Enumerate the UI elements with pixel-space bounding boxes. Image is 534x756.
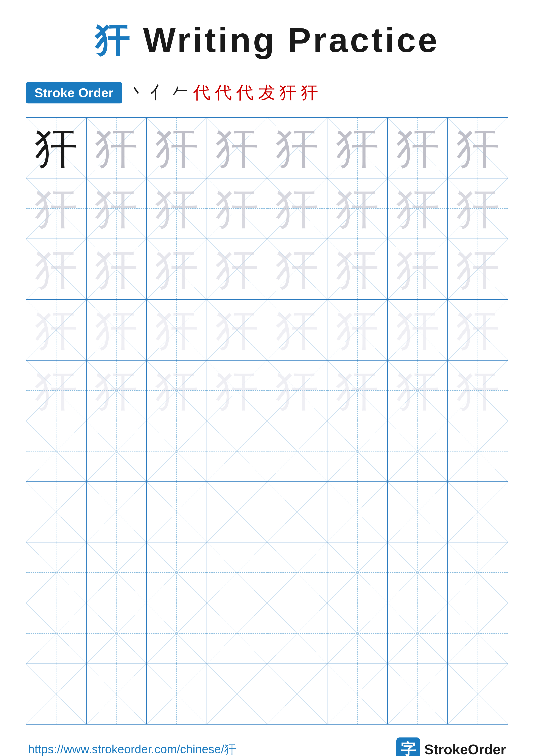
grid-cell-4-4[interactable]: 犴	[207, 300, 267, 360]
grid-cell-6-5[interactable]	[267, 421, 328, 481]
grid-cell-6-4[interactable]	[207, 421, 267, 481]
grid-cell-4-5[interactable]: 犴	[267, 300, 328, 360]
grid-cell-9-8[interactable]	[448, 603, 508, 663]
grid-cell-5-7[interactable]: 犴	[388, 361, 448, 421]
grid-cell-7-2[interactable]	[87, 482, 147, 542]
grid-cell-8-4[interactable]	[207, 542, 267, 603]
stroke-2: 亻	[150, 81, 167, 104]
stroke-sequence: 丶 亻 𠂉 代 代 代 犮 犴 犴	[129, 81, 318, 104]
grid-cell-8-5[interactable]	[267, 542, 328, 603]
grid-cell-10-1[interactable]	[26, 664, 87, 724]
grid-cell-5-5[interactable]: 犴	[267, 361, 328, 421]
grid-row-8	[26, 542, 508, 603]
grid-cell-10-3[interactable]	[147, 664, 207, 724]
grid-cell-4-6[interactable]: 犴	[327, 300, 388, 360]
char-faded: 犴	[336, 187, 379, 230]
grid-cell-9-3[interactable]	[147, 603, 207, 663]
grid-cell-7-3[interactable]	[147, 482, 207, 542]
grid-cell-2-5[interactable]: 犴	[267, 178, 328, 239]
grid-cell-3-2[interactable]: 犴	[87, 239, 147, 299]
grid-cell-7-4[interactable]	[207, 482, 267, 542]
grid-cell-2-3[interactable]: 犴	[147, 178, 207, 239]
grid-cell-5-6[interactable]: 犴	[327, 361, 388, 421]
grid-cell-3-8[interactable]: 犴	[448, 239, 508, 299]
grid-cell-8-8[interactable]	[448, 542, 508, 603]
grid-cell-5-1[interactable]: 犴	[26, 361, 87, 421]
grid-row-9	[26, 603, 508, 664]
grid-cell-3-5[interactable]: 犴	[267, 239, 328, 299]
grid-cell-2-7[interactable]: 犴	[388, 178, 448, 239]
grid-cell-9-5[interactable]	[267, 603, 328, 663]
grid-cell-10-5[interactable]	[267, 664, 328, 724]
grid-cell-8-3[interactable]	[147, 542, 207, 603]
grid-cell-4-8[interactable]: 犴	[448, 300, 508, 360]
stroke-order-row: Stroke Order 丶 亻 𠂉 代 代 代 犮 犴 犴	[26, 81, 508, 104]
grid-cell-2-6[interactable]: 犴	[327, 178, 388, 239]
char-faded: 犴	[216, 126, 259, 169]
grid-cell-10-7[interactable]	[388, 664, 448, 724]
grid-cell-7-8[interactable]	[448, 482, 508, 542]
grid-cell-3-1[interactable]: 犴	[26, 239, 87, 299]
grid-cell-7-6[interactable]	[327, 482, 388, 542]
grid-cell-8-2[interactable]	[87, 542, 147, 603]
grid-cell-5-4[interactable]: 犴	[207, 361, 267, 421]
char-faded: 犴	[216, 309, 259, 351]
grid-cell-9-1[interactable]	[26, 603, 87, 663]
stroke-8: 犴	[279, 81, 297, 104]
grid-cell-5-3[interactable]: 犴	[147, 361, 207, 421]
grid-cell-7-5[interactable]	[267, 482, 328, 542]
grid-cell-3-6[interactable]: 犴	[327, 239, 388, 299]
grid-cell-1-3[interactable]: 犴	[147, 118, 207, 178]
stroke-5: 代	[215, 81, 232, 104]
grid-cell-7-1[interactable]	[26, 482, 87, 542]
grid-cell-9-4[interactable]	[207, 603, 267, 663]
grid-cell-10-2[interactable]	[87, 664, 147, 724]
grid-row-4: 犴 犴 犴 犴 犴 犴 犴	[26, 300, 508, 361]
grid-cell-1-4[interactable]: 犴	[207, 118, 267, 178]
grid-cell-1-7[interactable]: 犴	[388, 118, 448, 178]
grid-cell-6-7[interactable]	[388, 421, 448, 481]
grid-cell-2-2[interactable]: 犴	[87, 178, 147, 239]
grid-cell-1-1[interactable]: 犴	[26, 118, 87, 178]
grid-cell-10-4[interactable]	[207, 664, 267, 724]
grid-cell-9-2[interactable]	[87, 603, 147, 663]
grid-cell-2-8[interactable]: 犴	[448, 178, 508, 239]
grid-cell-6-6[interactable]	[327, 421, 388, 481]
grid-cell-3-7[interactable]: 犴	[388, 239, 448, 299]
grid-cell-8-1[interactable]	[26, 542, 87, 603]
grid-cell-4-3[interactable]: 犴	[147, 300, 207, 360]
char-faded: 犴	[35, 187, 78, 230]
char-faded: 犴	[35, 309, 78, 351]
grid-cell-1-2[interactable]: 犴	[87, 118, 147, 178]
grid-cell-2-1[interactable]: 犴	[26, 178, 87, 239]
grid-cell-2-4[interactable]: 犴	[207, 178, 267, 239]
grid-cell-6-1[interactable]	[26, 421, 87, 481]
grid-cell-10-8[interactable]	[448, 664, 508, 724]
grid-cell-4-2[interactable]: 犴	[87, 300, 147, 360]
grid-cell-3-4[interactable]: 犴	[207, 239, 267, 299]
grid-cell-7-7[interactable]	[388, 482, 448, 542]
grid-cell-6-3[interactable]	[147, 421, 207, 481]
grid-cell-8-6[interactable]	[327, 542, 388, 603]
page-title: 犴 Writing Practice	[95, 17, 440, 64]
grid-cell-9-6[interactable]	[327, 603, 388, 663]
grid-cell-5-8[interactable]: 犴	[448, 361, 508, 421]
grid-row-1: 犴 犴 犴 犴 犴 犴 犴	[26, 118, 508, 178]
char-solid: 犴	[35, 126, 78, 169]
grid-cell-4-1[interactable]: 犴	[26, 300, 87, 360]
grid-cell-1-8[interactable]: 犴	[448, 118, 508, 178]
char-faded: 犴	[336, 126, 379, 169]
brand-icon: 字	[396, 738, 420, 756]
grid-cell-6-2[interactable]	[87, 421, 147, 481]
grid-row-3: 犴 犴 犴 犴 犴 犴 犴	[26, 239, 508, 300]
grid-cell-1-6[interactable]: 犴	[327, 118, 388, 178]
grid-cell-10-6[interactable]	[327, 664, 388, 724]
grid-cell-6-8[interactable]	[448, 421, 508, 481]
grid-cell-4-7[interactable]: 犴	[388, 300, 448, 360]
grid-cell-1-5[interactable]: 犴	[267, 118, 328, 178]
grid-cell-5-2[interactable]: 犴	[87, 361, 147, 421]
char-faded: 犴	[456, 126, 499, 169]
grid-cell-8-7[interactable]	[388, 542, 448, 603]
grid-cell-9-7[interactable]	[388, 603, 448, 663]
grid-cell-3-3[interactable]: 犴	[147, 239, 207, 299]
